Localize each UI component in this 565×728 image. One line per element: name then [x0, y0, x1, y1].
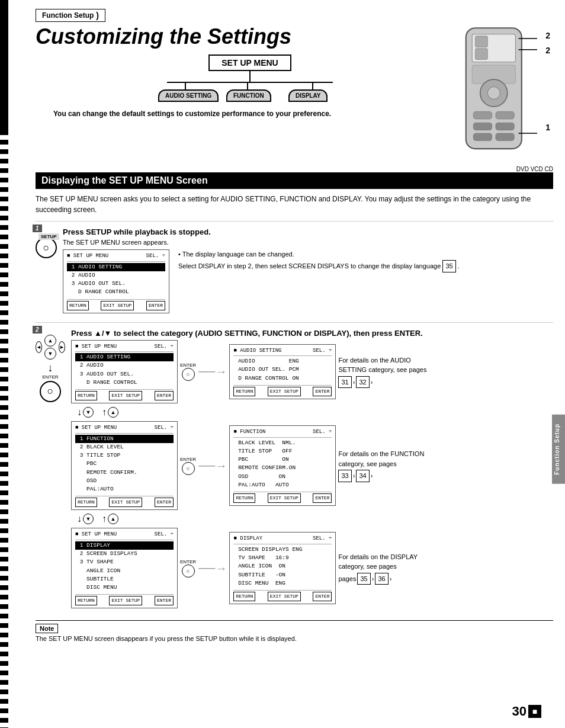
note-section: Note The SET UP MENU screen disappears i… [36, 620, 553, 642]
branch-function: FUNCTION [226, 89, 271, 102]
func-chevron: › [353, 471, 355, 481]
step1-bullets: • The display language can be changed. S… [178, 249, 553, 272]
preference-text: You can change the default settings to c… [53, 108, 447, 119]
step1-circle: ○ [36, 237, 57, 258]
svg-rect-12 [496, 133, 514, 141]
remote-area: 2 2 1 [447, 25, 553, 172]
func-page-33: 33 [338, 470, 351, 482]
dr-item1: SCREEN DISPLAYS ENG [233, 546, 332, 554]
arrow-func: ──→ [198, 459, 227, 473]
func-right-screen: ■ FUNCTION SEL. ÷ BLACK LEVEL NML. TITLE… [229, 425, 336, 506]
step1-content: Press SETUP while playback is stopped. T… [63, 227, 553, 313]
section-header-text: Displaying the SET UP MENU Screen [41, 175, 208, 185]
func-details: For details on the FUNCTION category, se… [338, 449, 433, 482]
header-left: Customizing the Settings SET UP MENU AUD… [36, 25, 447, 124]
enter-text-audio: ENTER [180, 363, 196, 368]
func-page-34: 34 [356, 470, 369, 482]
al-footer: RETURN EXIT SETUP ENTER [75, 389, 174, 400]
screen1-header: ■ SET UP MENU SEL. ÷ [67, 252, 165, 262]
label-1: 1 [545, 123, 550, 132]
dr-footer: RETURN EXIT SETUP ENTER [233, 590, 332, 601]
disp-page-refs: pages 35 › 36 › [338, 573, 433, 585]
disp-details: For details on the DISPLAY category, see… [338, 552, 433, 585]
step2-row: 2 ◄ ▲ ▼ ► ↓ ENTER ○ Press ▲/▼ to select [36, 329, 553, 609]
step1-row: 1 SETUP ○ Press SETUP while playback is … [36, 227, 553, 313]
note-label: Note [36, 624, 58, 633]
func-page-refs: 33 › 34 › [338, 470, 433, 482]
screen1-enter: ENTER [146, 301, 165, 310]
step2-section: 2 ◄ ▲ ▼ ► ↓ ENTER ○ Press ▲/▼ to select [36, 322, 553, 615]
dr-item4: SUBTITLE -ON [233, 571, 332, 579]
nav-down-btn[interactable]: ▼ [44, 348, 56, 360]
arrow-disp: ──→ [198, 562, 227, 575]
left-bar [0, 0, 8, 728]
screen1-exit: EXIT SETUP [101, 301, 134, 310]
fr-item5: OSD ON [233, 473, 332, 481]
nav-updown: ▲ ▼ [44, 335, 56, 360]
setup-menu-line [249, 71, 251, 82]
nav-left-btn[interactable]: ◄ [36, 341, 42, 353]
disp-left-screen: ■ SET UP MENU SEL. ÷ 1 DISPLAY 2 SCREEN … [71, 528, 178, 608]
ar-item2: AUDIO OUT SEL. PCM [233, 365, 332, 374]
step1-bullet1: • The display language can be changed. [178, 249, 553, 260]
enter-btn-disp[interactable]: ○ [182, 565, 195, 578]
fr-item6: PAL:AUTO AUTO [233, 481, 332, 489]
func-left-screen: ■ SET UP MENU SEL. ÷ 1 FUNCTION 2 BLACK … [71, 421, 178, 510]
fl-item1: 1 FUNCTION [75, 435, 174, 443]
screen1-item1: 1 AUDIO SETTING [67, 263, 165, 271]
dl-item5: SUBTITLE [75, 575, 174, 583]
svg-rect-2 [475, 36, 487, 47]
step1-badge-area: 1 SETUP ○ [36, 227, 57, 258]
nav-right-btn[interactable]: ► [59, 341, 65, 353]
nav-up-btn[interactable]: ▲ [44, 335, 56, 347]
down-btn-2: ↓ ▼ [77, 514, 94, 524]
disp-enter: ENTER ○ [180, 559, 196, 578]
audio-page-refs: 31 › 32 › [338, 376, 433, 389]
between-arrows-2: ↓ ▼ ↑ ▲ [71, 514, 118, 524]
fl-item2: 2 BLACK LEVEL [75, 443, 174, 451]
branch-container: AUDIO SETTING FUNCTION DISPLAY [155, 82, 345, 102]
dr-item5: DISC MENU ENG [233, 579, 332, 588]
breadcrumb-arrow: ) [96, 11, 99, 20]
fr-item1: BLACK LEVEL NML. [233, 439, 332, 447]
screens-trio: ■ SET UP MENU SEL. ÷ 1 AUDIO SETTING 2 A… [71, 340, 553, 609]
audio-right-screen: ■ AUDIO SETTING SEL. ÷ AUDIO ENG AUDIO O… [229, 344, 336, 399]
page-num-box: 30 ■ [512, 704, 541, 719]
enter-text-func: ENTER [180, 457, 196, 462]
svg-rect-9 [473, 123, 492, 130]
step2-badge: 2 [33, 326, 42, 333]
dl-item4: ANGLE ICON [75, 567, 174, 575]
step1-badge: 1 [33, 225, 42, 232]
page-title: Customizing the Settings [36, 25, 447, 49]
setup-diagram: SET UP MENU AUDIO SETTING FUNCTION DISPL… [53, 54, 447, 102]
screen1-item2: 2 AUDIO [67, 271, 165, 280]
enter-btn-audio[interactable]: ○ [182, 368, 195, 381]
step2-badge-area: 2 ◄ ▲ ▼ ► ↓ ENTER ○ [36, 329, 65, 403]
page-num-text: 30 [512, 704, 527, 719]
step1-title: Press SETUP while playback is stopped. [63, 227, 553, 236]
enter-text-disp: ENTER [180, 559, 196, 565]
dl-item3: 3 TV SHAPE [75, 558, 174, 566]
dl-item2: 2 SCREEN DISPLAYS [75, 550, 174, 558]
audio-enter: ENTER ○ [180, 363, 196, 381]
fl-item3: 3 TITLE STOP [75, 451, 174, 460]
audio-left-screen: ■ SET UP MENU SEL. ÷ 1 AUDIO SETTING 2 A… [71, 340, 178, 404]
step2-nav-icons: ◄ ▲ ▼ ► [36, 335, 65, 360]
ar-item3: D RANGE CONTROL ON [233, 374, 332, 383]
svg-rect-10 [496, 123, 514, 130]
al-item3: 3 AUDIO OUT SEL. [75, 370, 174, 379]
branch-display: DISPLAY [288, 89, 328, 102]
fr-item2: TITLE STOP OFF [233, 447, 332, 456]
step1-section: 1 SETUP ○ Press SETUP while playback is … [36, 221, 553, 319]
display-row: ■ SET UP MENU SEL. ÷ 1 DISPLAY 2 SCREEN … [71, 528, 553, 608]
disp-page-35: 35 [357, 573, 370, 585]
step2-title: Press ▲/▼ to select the category (AUDIO … [71, 329, 553, 338]
setup-menu-box: SET UP MENU [208, 54, 291, 71]
enter-btn-func[interactable]: ○ [182, 462, 195, 475]
dl-header: ■ SET UP MENU SEL. ÷ [75, 531, 174, 540]
branch-horizontal [167, 82, 333, 83]
section-desc: The SET UP MENU screen asks you to selec… [36, 194, 553, 215]
svg-point-6 [487, 87, 500, 100]
breadcrumb-box: Function Setup ) [36, 9, 105, 22]
ar-header: ■ AUDIO SETTING SEL. ÷ [233, 347, 332, 357]
